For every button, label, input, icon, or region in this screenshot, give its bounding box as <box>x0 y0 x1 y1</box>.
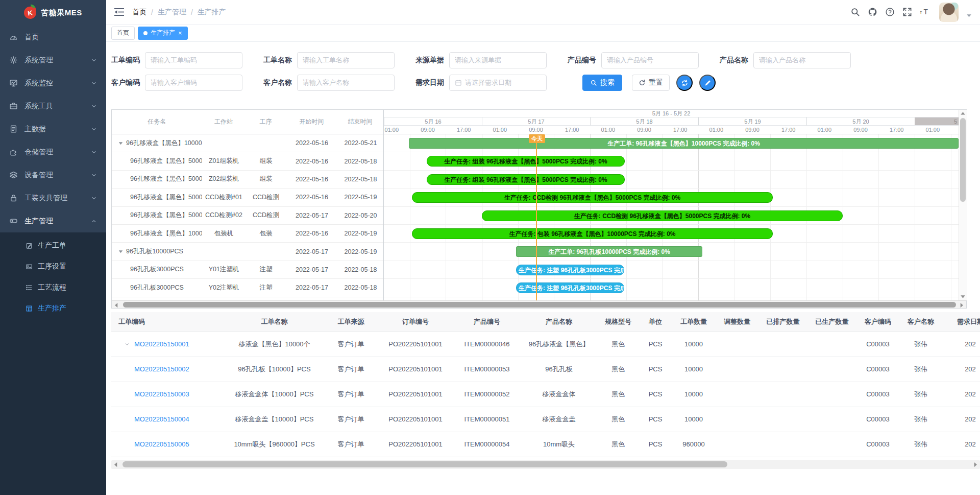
sidebar-item-production[interactable]: 生产管理 <box>0 209 106 232</box>
gantt-bar-task[interactable]: 生产任务: 组装 96孔移液盒【黑色】5000PCS 完成比例: 0% <box>427 174 625 185</box>
reset-button[interactable]: 重置 <box>632 75 670 91</box>
gantt-bar-workorder[interactable]: 生产工单: 96孔孔板10000PCS 完成比例: 0% <box>516 246 702 257</box>
chevron-down-icon <box>91 172 97 178</box>
gantt-station: 包装机 <box>202 229 246 238</box>
refresh-gantt-button[interactable] <box>676 75 693 91</box>
gantt-bar-task[interactable]: 生产任务: CCD检测 96孔移液盒【黑色】5000PCS 完成比例: 0% <box>412 192 773 203</box>
work-order-link[interactable]: MO202205150003 <box>134 390 189 398</box>
avatar-caret-down-icon[interactable] <box>966 13 972 18</box>
gantt-task-row[interactable]: 96孔移液盒【黑色】5000PCSCCD检测#01CCD检测2022-05-16… <box>112 188 383 206</box>
work-order-link[interactable]: MO202205150002 <box>134 365 189 373</box>
gantt-bar-task[interactable]: 生产任务: 组装 96孔移液盒【黑色】5000PCS 完成比例: 0% <box>427 156 625 167</box>
sidebar-item-master-data[interactable]: 主数据 <box>0 117 106 140</box>
chevron-down-icon <box>91 149 97 155</box>
gantt-column-header: 工序 <box>246 117 286 126</box>
help-icon[interactable] <box>885 7 895 17</box>
edit-schedule-button[interactable] <box>699 75 716 91</box>
refresh-icon <box>681 79 689 87</box>
sidebar-item-tools[interactable]: 系统工具 <box>0 95 106 117</box>
gantt-task-table: 任务名工作站工序开始时间结束时间 96孔移液盒【黑色】10000PCS2022-… <box>112 110 384 300</box>
expand-row-icon[interactable] <box>125 342 130 347</box>
sidebar-item-warehouse[interactable]: 仓储管理 <box>0 140 106 163</box>
table-cell-name: 移液盒盒盖【10000】PCS <box>225 407 324 432</box>
demand-date-input[interactable]: 请选择需求日期 <box>449 75 547 91</box>
sidebar-item-fixture[interactable]: 工装夹具管理 <box>0 186 106 209</box>
gantt-task-row[interactable]: 96孔孔板3000PCSY01注塑机注塑2022-05-172022-05-18 <box>112 261 383 279</box>
gantt-task-row[interactable]: 96孔孔板3000PCSY02注塑机注塑2022-05-172022-05-18 <box>112 279 383 297</box>
gantt-vscroll-thumb[interactable] <box>960 118 966 202</box>
filter-input[interactable]: 请输入产品名称 <box>753 52 851 68</box>
gantt-task-row[interactable]: 96孔移液盒【黑色】5000PCSZ02组装机组装2022-05-162022-… <box>112 171 383 188</box>
sidebar-item-monitor[interactable]: 系统监控 <box>0 72 106 95</box>
work-order-link[interactable]: MO202205150005 <box>134 440 189 448</box>
gantt-task-row[interactable]: 96孔移液盒【黑色】5000PCSCCD检测#02CCD检测2022-05-17… <box>112 207 383 225</box>
gantt-station: Z01组装机 <box>202 157 246 166</box>
sidebar-item-process-flow[interactable]: 工艺流程 <box>0 277 106 298</box>
work-order-link[interactable]: MO202205150001 <box>134 340 189 348</box>
gantt-bar-machine[interactable]: 生产任务: 注塑 96孔孔板3000PCS 完成比例: 0% <box>516 265 624 275</box>
work-order-code-cell: MO202205150002 <box>111 357 225 382</box>
filter-input[interactable]: 请输入来源单据 <box>449 52 547 68</box>
gantt-bar-machine[interactable]: 生产任务: 注塑 96孔孔板3000PCS 完成比例: 0% <box>516 282 624 293</box>
scroll-up-icon[interactable] <box>959 110 967 117</box>
gantt-task-row[interactable]: 96孔移液盒【黑色】10000PCS2022-05-162022-05-21 <box>112 134 383 152</box>
sidebar-item-scheduling[interactable]: 生产排产 <box>0 298 106 319</box>
gantt-vertical-scrollbar[interactable] <box>959 110 967 300</box>
sidebar-item-work-order[interactable]: 生产工单 <box>0 235 106 256</box>
avatar[interactable] <box>939 3 959 22</box>
scroll-right-icon[interactable] <box>958 301 965 308</box>
tab-page[interactable]: 首页 <box>111 27 135 40</box>
gantt-column-header: 任务名 <box>112 117 202 126</box>
table-row[interactable]: MO202205150004移液盒盒盖【10000】PCS客户订单PO20220… <box>111 407 980 432</box>
table-row[interactable]: MO20220515000510mm吸头【960000】PCS客户订单PO202… <box>111 432 980 457</box>
gantt-task-name: 96孔移液盒【黑色】10000PCS <box>112 139 202 148</box>
table-column-header: 工单名称 <box>225 312 324 332</box>
gantt-bar-workorder[interactable]: 生产工单: 96孔移液盒【黑色】10000PCS 完成比例: 0% <box>409 138 959 149</box>
close-tab-icon[interactable]: × <box>178 30 182 36</box>
table-row[interactable]: MO20220515000296孔孔板【10000】PCS客户订单PO20220… <box>111 357 980 382</box>
gantt-task-row[interactable]: 96孔孔板10000PCS2022-05-172022-05-19 <box>112 243 383 261</box>
sidebar-item-equipment[interactable]: 设备管理 <box>0 163 106 186</box>
filter-input[interactable]: 请输入产品编号 <box>601 52 699 68</box>
fullscreen-icon[interactable] <box>902 7 912 17</box>
gantt-station: CCD检测#02 <box>202 211 246 220</box>
tab-label: 生产排产 <box>151 29 175 37</box>
table-row[interactable]: MO202205150001移液盒【黑色】10000个客户订单PO2022051… <box>111 332 980 357</box>
sidebar-item-process-setting[interactable]: 工序设置 <box>0 256 106 277</box>
scroll-right-icon[interactable] <box>972 461 979 467</box>
gantt-bar-label: 生产任务: 组装 96孔移液盒【黑色】5000PCS 完成比例: 0% <box>444 158 607 165</box>
sidebar-item-system[interactable]: 系统管理 <box>0 49 106 72</box>
app-logo[interactable]: K 苦糖果MES <box>0 0 106 26</box>
scroll-left-icon[interactable] <box>112 461 119 467</box>
sidebar-fold-icon[interactable] <box>114 8 124 16</box>
table-cell-scheduled-qty <box>758 332 807 357</box>
breadcrumb-item[interactable]: 首页 <box>132 8 146 17</box>
table-horizontal-scrollbar[interactable] <box>111 460 980 469</box>
chevron-down-icon <box>91 126 97 132</box>
filter-input[interactable]: 请输入客户名称 <box>297 75 395 91</box>
gantt-task-row[interactable]: 96孔移液盒【黑色】10000PCS包装机包装2022-05-162022-05… <box>112 225 383 243</box>
scroll-left-icon[interactable] <box>113 301 120 308</box>
github-icon[interactable] <box>868 7 877 17</box>
search-button[interactable]: 搜索 <box>582 75 622 91</box>
search-icon[interactable] <box>850 7 860 17</box>
filter-input[interactable]: 请输入工单编码 <box>145 52 242 68</box>
filter-input[interactable]: 请输入工单名称 <box>297 52 395 68</box>
work-order-link[interactable]: MO202205150004 <box>134 415 189 423</box>
gantt-horizontal-scrollbar[interactable] <box>112 300 966 309</box>
fontsize-icon[interactable]: тT <box>920 7 929 17</box>
gantt-start-time: 2022-05-16 <box>286 139 337 147</box>
table-hscroll-thumb[interactable] <box>122 461 727 467</box>
filter-label: 客户名称 <box>263 78 292 87</box>
gantt-task-name: 96孔孔板3000PCS <box>112 284 202 292</box>
gantt-hscroll-thumb[interactable] <box>123 302 956 308</box>
sidebar-item-home[interactable]: 首页 <box>0 26 106 49</box>
scroll-down-icon[interactable] <box>959 293 967 300</box>
table-cell-scheduled-qty <box>758 407 807 432</box>
gantt-bar-task[interactable]: 生产任务: 包装 96孔移液盒【黑色】10000PCS 完成比例: 0% <box>412 228 773 239</box>
tab-active[interactable]: 生产排产× <box>138 27 188 40</box>
table-row[interactable]: MO202205150003移液盒盒体【10000】PCS客户订单PO20220… <box>111 382 980 407</box>
filter-input[interactable]: 请输入客户编码 <box>145 75 242 91</box>
work-order-code-cell: MO202205150004 <box>111 407 225 432</box>
gantt-task-row[interactable]: 96孔移液盒【黑色】5000PCSZ01组装机组装2022-05-162022-… <box>112 152 383 170</box>
